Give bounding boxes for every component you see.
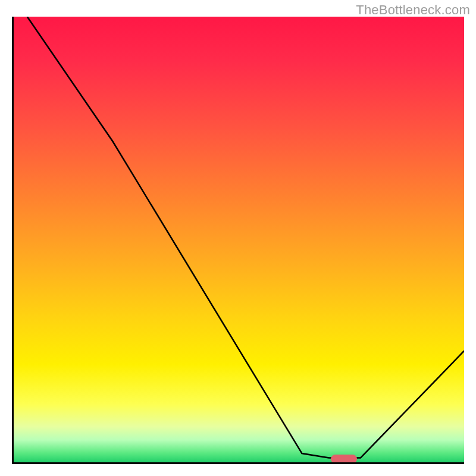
plot-area [12, 17, 464, 464]
chart-container: TheBottleneck.com [0, 0, 476, 476]
line-chart [14, 17, 464, 462]
optimal-marker [331, 455, 357, 464]
bottleneck-curve-path [27, 17, 464, 458]
watermark-text: TheBottleneck.com [356, 2, 470, 18]
